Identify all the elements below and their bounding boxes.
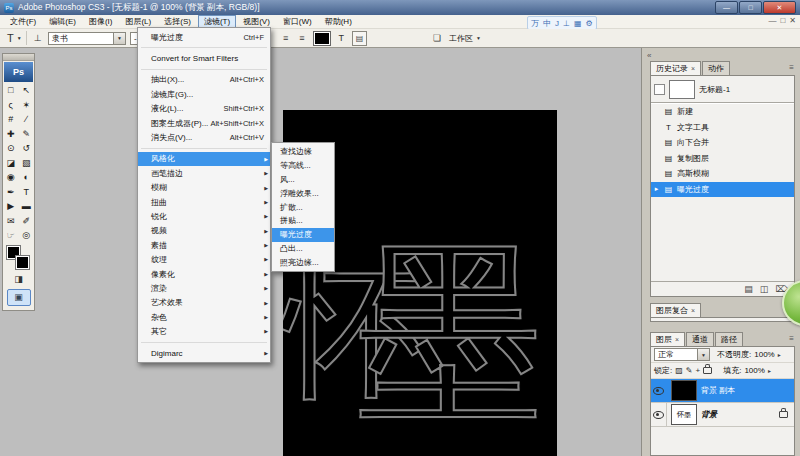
- history-step[interactable]: ▸ ▤ 新建: [651, 104, 794, 120]
- tool-preset-arrow-icon[interactable]: ▼: [17, 35, 22, 41]
- background-color-swatch[interactable]: [15, 255, 30, 270]
- submenu-item[interactable]: 凸出...: [272, 242, 334, 256]
- submenu-item[interactable]: 浮雕效果...: [272, 186, 334, 200]
- menu-item[interactable]: 画笔描边 ▶: [138, 166, 270, 180]
- submenu-item[interactable]: 查找边缘: [272, 145, 334, 159]
- quick-selection-tool[interactable]: ✶: [19, 98, 35, 113]
- menu-item[interactable]: ▶: [141, 342, 267, 343]
- path-selection-tool[interactable]: ▶: [3, 199, 19, 214]
- panel-menu-icon[interactable]: ≡: [789, 63, 794, 72]
- fill-spinner-icon[interactable]: ▸: [768, 367, 771, 374]
- layer-row-background[interactable]: 怀墨 背景: [651, 403, 794, 427]
- hand-tool[interactable]: ☞: [3, 228, 19, 243]
- history-step-solarize[interactable]: ▸ ▤ 曝光过度: [651, 182, 794, 198]
- blend-mode-select[interactable]: 正常 ▼: [654, 348, 710, 361]
- menu-item[interactable]: 像素化 ▶: [138, 267, 270, 281]
- text-orientation-icon[interactable]: ⊥: [34, 33, 42, 43]
- snapshot-thumbnail[interactable]: [669, 80, 695, 99]
- history-brush-tool[interactable]: ↺: [19, 141, 35, 156]
- zoom-tool[interactable]: ◎: [19, 228, 35, 243]
- tab-history[interactable]: 历史记录 ×: [650, 61, 701, 75]
- visibility-toggle[interactable]: [651, 403, 667, 426]
- menu-item[interactable]: 纹理 ▶: [138, 252, 270, 266]
- slice-tool[interactable]: ∕: [19, 112, 35, 127]
- ime-keyboard-icon[interactable]: ▦: [574, 19, 582, 28]
- new-snapshot-icon[interactable]: ◫: [760, 284, 769, 294]
- menu-item[interactable]: 扭曲 ▶: [138, 195, 270, 209]
- crop-tool[interactable]: #: [3, 112, 19, 127]
- menu-item[interactable]: Convert for Smart Filters ▶: [138, 51, 270, 65]
- menu-item[interactable]: Digimarc ▶: [138, 346, 270, 360]
- layer-thumbnail[interactable]: 怀墨: [671, 404, 697, 425]
- menu-item[interactable]: 图案生成器(P)... Alt+Shift+Ctrl+X ▶: [138, 116, 270, 130]
- tab-layers[interactable]: 图层 ×: [650, 332, 685, 346]
- history-step[interactable]: ▸ ▤ 高斯模糊: [651, 166, 794, 182]
- ime-lang-icon[interactable]: 中: [543, 18, 551, 29]
- close-tab-icon[interactable]: ×: [691, 65, 695, 72]
- menu-item[interactable]: 视频 ▶: [138, 224, 270, 238]
- clone-stamp-tool[interactable]: ⊙: [3, 141, 19, 156]
- type-tool-preset[interactable]: T: [7, 32, 14, 44]
- align-center-icon[interactable]: ≡: [299, 33, 304, 43]
- combo-arrow-icon[interactable]: ▼: [697, 349, 709, 360]
- panel-menu-icon[interactable]: ≡: [789, 334, 794, 343]
- new-document-from-state-icon[interactable]: ▤: [744, 284, 753, 294]
- visibility-toggle[interactable]: [651, 379, 667, 402]
- align-left-icon[interactable]: ≡: [283, 33, 288, 43]
- menu-help[interactable]: 帮助(H): [319, 15, 358, 28]
- minimize-button[interactable]: —: [715, 1, 738, 14]
- gradient-tool[interactable]: ▧: [19, 156, 35, 171]
- screen-mode-button[interactable]: ▣: [7, 289, 31, 306]
- history-step[interactable]: ▸ ▤ 向下合并: [651, 135, 794, 151]
- menu-item[interactable]: 艺术效果 ▶: [138, 296, 270, 310]
- menu-item-last-filter[interactable]: 曝光过度 Ctrl+F ▶: [138, 30, 270, 44]
- fill-value[interactable]: 100%: [744, 366, 764, 375]
- tab-layer-comps[interactable]: 图层复合 ×: [650, 303, 701, 317]
- brush-tool[interactable]: ✎: [19, 127, 35, 142]
- shape-tool[interactable]: ▬: [19, 199, 35, 214]
- opacity-value[interactable]: 100%: [754, 350, 774, 359]
- blur-tool[interactable]: ◉: [3, 170, 19, 185]
- close-tab-icon[interactable]: ×: [675, 336, 679, 343]
- healing-brush-tool[interactable]: ✚: [3, 127, 19, 142]
- maximize-button[interactable]: □: [739, 1, 762, 14]
- menu-item[interactable]: 抽出(X)... Alt+Ctrl+X ▶: [138, 73, 270, 87]
- warp-text-icon[interactable]: T: [339, 33, 345, 43]
- history-step[interactable]: ▸ T 文字工具: [651, 120, 794, 136]
- menu-image[interactable]: 图像(I): [83, 15, 119, 28]
- history-brush-source-box[interactable]: [654, 84, 665, 95]
- lock-transparent-icon[interactable]: ▨: [675, 366, 683, 375]
- doc-close-icon[interactable]: ✕: [789, 16, 796, 25]
- close-button[interactable]: ✕: [763, 1, 796, 14]
- pen-tool[interactable]: ✒: [3, 185, 19, 200]
- quick-mask-icon[interactable]: ◨: [14, 274, 23, 284]
- opacity-spinner-icon[interactable]: ▸: [778, 351, 781, 358]
- lock-position-icon[interactable]: +: [696, 366, 701, 375]
- lock-pixels-icon[interactable]: ✎: [686, 366, 693, 375]
- menu-item[interactable]: ▶: [141, 69, 267, 70]
- submenu-item[interactable]: 照亮边缘...: [272, 255, 334, 269]
- eraser-tool[interactable]: ◪: [3, 156, 19, 171]
- submenu-item[interactable]: 拼贴...: [272, 214, 334, 228]
- bridge-icon[interactable]: ❏: [433, 33, 441, 43]
- menu-item[interactable]: ▶: [141, 47, 267, 48]
- menu-item[interactable]: 锐化 ▶: [138, 209, 270, 223]
- menu-item[interactable]: 消失点(V)... Alt+Ctrl+V ▶: [138, 130, 270, 144]
- menu-item[interactable]: 模糊 ▶: [138, 181, 270, 195]
- font-family-select[interactable]: 隶书 ▼: [48, 32, 126, 45]
- type-tool[interactable]: T: [19, 185, 35, 200]
- submenu-item[interactable]: 等高线...: [272, 159, 334, 173]
- ime-mode-icon[interactable]: J: [555, 19, 559, 28]
- history-step[interactable]: ▸ ▤ 复制图层: [651, 151, 794, 167]
- rectangular-marquee-tool[interactable]: □: [3, 83, 19, 98]
- lock-all-icon[interactable]: [703, 367, 712, 374]
- dodge-tool[interactable]: ◐: [19, 170, 35, 185]
- tab-paths[interactable]: 路径 ×: [715, 332, 743, 346]
- menu-item[interactable]: 其它 ▶: [138, 324, 270, 338]
- snapshot-row[interactable]: 无标题-1: [651, 76, 794, 103]
- tab-channels[interactable]: 通道 ×: [686, 332, 714, 346]
- workspace-button[interactable]: 工作区 ▼: [449, 33, 481, 44]
- menu-item[interactable]: 滤镜库(G)... ▶: [138, 87, 270, 101]
- close-tab-icon[interactable]: ×: [691, 307, 695, 314]
- menu-edit[interactable]: 编辑(E): [43, 15, 82, 28]
